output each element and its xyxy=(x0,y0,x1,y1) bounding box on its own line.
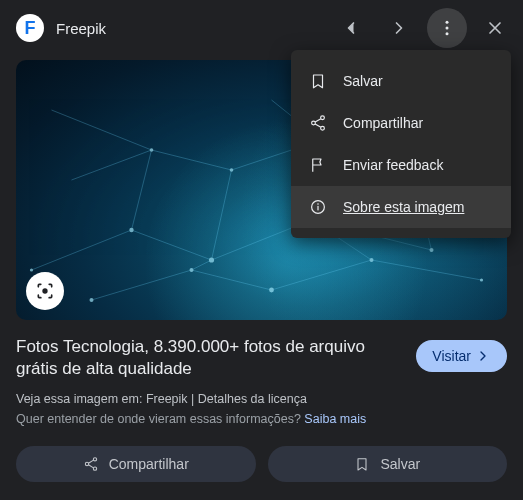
flag-icon xyxy=(309,156,327,174)
visit-button[interactable]: Visitar xyxy=(416,340,507,372)
options-dropdown: Salvar Compartilhar Enviar feedback Sobr… xyxy=(291,50,511,238)
svg-line-42 xyxy=(88,465,93,468)
dropdown-about-image[interactable]: Sobre esta imagem xyxy=(291,186,511,228)
lens-search-button[interactable] xyxy=(26,272,64,310)
share-icon xyxy=(309,114,327,132)
svg-point-30 xyxy=(150,148,154,152)
close-icon xyxy=(485,18,505,38)
details-section: Fotos Tecnologia, 8.390.000+ fotos de ar… xyxy=(0,320,523,438)
bookmark-icon xyxy=(309,72,327,90)
svg-point-44 xyxy=(312,121,316,125)
svg-rect-50 xyxy=(317,206,318,211)
svg-point-28 xyxy=(269,288,274,293)
svg-line-10 xyxy=(372,260,482,280)
chevron-right-icon xyxy=(389,18,409,38)
more-vertical-icon xyxy=(437,18,457,38)
chevron-right-icon xyxy=(475,348,491,364)
license-link[interactable]: Detalhes da licença xyxy=(198,392,307,406)
svg-line-41 xyxy=(88,460,93,463)
svg-point-40 xyxy=(93,467,96,470)
share-label: Compartilhar xyxy=(109,456,189,472)
source-link[interactable]: Freepik xyxy=(146,392,188,406)
svg-point-29 xyxy=(370,258,374,262)
share-button[interactable]: Compartilhar xyxy=(16,446,256,482)
svg-point-2 xyxy=(446,32,449,35)
dropdown-feedback-label: Enviar feedback xyxy=(343,157,443,173)
svg-point-1 xyxy=(446,27,449,30)
info-line: Quer entender de onde vieram essas infor… xyxy=(16,412,507,426)
dropdown-save-label: Salvar xyxy=(343,73,383,89)
close-button[interactable] xyxy=(475,8,515,48)
chevron-left-icon xyxy=(341,18,361,38)
svg-point-31 xyxy=(230,168,234,172)
svg-point-49 xyxy=(317,203,319,205)
dropdown-save[interactable]: Salvar xyxy=(291,60,511,102)
svg-point-24 xyxy=(209,257,214,262)
brand-name: Freepik xyxy=(56,20,106,37)
svg-line-15 xyxy=(132,150,152,230)
svg-line-18 xyxy=(192,260,212,270)
source-sep: | xyxy=(188,392,198,406)
svg-point-37 xyxy=(42,288,47,293)
save-button[interactable]: Salvar xyxy=(268,446,508,482)
svg-line-16 xyxy=(212,170,232,260)
learn-more-link[interactable]: Saiba mais xyxy=(304,412,366,426)
svg-line-46 xyxy=(315,119,321,122)
dropdown-share[interactable]: Compartilhar xyxy=(291,102,511,144)
svg-point-0 xyxy=(446,21,449,24)
brand-logo: F xyxy=(16,14,44,42)
next-button[interactable] xyxy=(379,8,419,48)
image-title[interactable]: Fotos Tecnologia, 8.390.000+ fotos de ar… xyxy=(16,336,404,380)
svg-point-43 xyxy=(321,116,325,120)
more-options-button[interactable] xyxy=(427,8,467,48)
svg-line-7 xyxy=(92,270,192,300)
visit-label: Visitar xyxy=(432,348,471,364)
svg-line-21 xyxy=(52,110,152,150)
header-bar: F Freepik xyxy=(0,0,523,56)
dropdown-about-label: Sobre esta imagem xyxy=(343,199,464,215)
svg-line-11 xyxy=(72,150,152,180)
svg-line-3 xyxy=(32,230,132,270)
bookmark-icon xyxy=(354,456,370,472)
lens-icon xyxy=(35,281,55,301)
prev-button[interactable] xyxy=(331,8,371,48)
svg-line-8 xyxy=(192,270,272,290)
dropdown-feedback[interactable]: Enviar feedback xyxy=(291,144,511,186)
svg-point-39 xyxy=(85,462,88,465)
brand-initial: F xyxy=(25,18,36,39)
svg-point-45 xyxy=(321,126,325,130)
svg-point-35 xyxy=(480,278,483,281)
source-line: Veja essa imagem em: Freepik | Detalhes … xyxy=(16,392,507,406)
svg-line-12 xyxy=(152,150,232,170)
source-brand[interactable]: F Freepik xyxy=(16,14,323,42)
save-label: Salvar xyxy=(380,456,420,472)
svg-point-26 xyxy=(430,248,434,252)
svg-point-38 xyxy=(93,458,96,461)
info-clock-icon xyxy=(309,198,327,216)
svg-line-47 xyxy=(315,124,321,127)
svg-point-27 xyxy=(190,268,194,272)
svg-point-23 xyxy=(129,228,133,232)
dropdown-share-label: Compartilhar xyxy=(343,115,423,131)
source-prefix: Veja essa imagem em: xyxy=(16,392,146,406)
info-question: Quer entender de onde vieram essas infor… xyxy=(16,412,304,426)
share-icon xyxy=(83,456,99,472)
action-row: Compartilhar Salvar xyxy=(0,438,523,498)
svg-point-36 xyxy=(30,268,33,271)
svg-line-9 xyxy=(272,260,372,290)
svg-point-34 xyxy=(90,298,94,302)
title-row: Fotos Tecnologia, 8.390.000+ fotos de ar… xyxy=(16,336,507,380)
svg-line-4 xyxy=(132,230,212,260)
